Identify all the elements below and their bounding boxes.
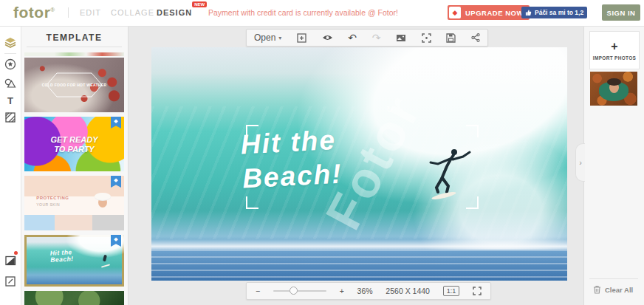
selection-corner[interactable] [246,125,258,137]
actual-size-button[interactable]: 1:1 [443,286,460,296]
fullscreen-icon [473,287,482,295]
new-badge: NEW [192,1,207,7]
sign-in-button[interactable]: SIGN IN [602,4,640,21]
caption-line2: TO PARTY [24,145,124,154]
fotor-app: fotor® EDIT COLLAGE DESIGNNEW Payment wi… [0,0,644,305]
nav-edit[interactable]: EDIT [80,8,101,17]
zoom-in-button[interactable]: + [340,283,344,299]
focus-button[interactable] [422,30,431,46]
nav-collage[interactable]: COLLAGE [111,8,154,17]
theme-tool-button[interactable] [0,253,21,268]
zoom-bar: − + 36% 2560 X 1440 1:1 [246,282,491,300]
tool-rail: T [0,26,21,305]
selection-frame[interactable] [246,125,479,209]
add-button[interactable] [297,30,306,46]
preview-button[interactable] [322,30,333,46]
registered-mark: ® [50,7,55,13]
contrast-icon [5,256,16,266]
woman-figure [93,191,112,213]
save-button[interactable] [446,30,456,46]
payment-notice: Payment with credit card is currently av… [208,8,430,17]
chevron-right-icon: › [579,158,582,167]
caption-line2: Beach! [50,256,74,264]
selection-corner[interactable] [466,196,479,209]
fotor-logo[interactable]: fotor® [13,4,55,21]
header-divider [68,7,69,18]
selection-corner[interactable] [466,125,479,137]
import-photos-button[interactable]: + IMPORT PHOTOS [589,31,640,69]
shapes-icon [4,78,16,88]
template-caption: Hit theBeach! [50,249,74,264]
imported-photo-thumbnail[interactable] [590,72,637,106]
caption-line1: PROTECTING [36,196,69,200]
canvas-area: Fotor Hit theBeach! ↻ [128,26,583,305]
clear-all-button[interactable]: Clear All [593,285,633,294]
photo-hair [607,78,621,86]
template-thumbnail-cold-food[interactable]: COLD FOOD FOR HOT WEATHER [24,58,124,112]
facebook-like-button[interactable]: Páči sa mi to 1,2 [521,7,587,18]
open-dropdown[interactable]: Open ▾ [254,30,281,46]
template-thumbnail-party[interactable]: GET READYTO PARTY ◆ [24,117,124,171]
canvas-dimensions: 2560 X 1440 [386,287,430,295]
chevron-down-icon: ▾ [278,35,281,41]
notification-dot [14,251,18,255]
fullscreen-button[interactable] [473,283,482,299]
share-button[interactable] [471,30,480,46]
rail-divider [4,53,16,54]
undo-button[interactable]: ↶ [348,30,357,46]
surfboard [101,264,110,267]
save-icon [446,33,456,43]
elements-tool-button[interactable] [0,57,21,72]
redo-button[interactable]: ↷ [372,30,381,46]
zoom-slider[interactable] [273,290,326,292]
feedback-tool-button[interactable] [0,274,21,289]
canvas-toolbar: Open ▾ ↶ ↷ [246,29,488,47]
premium-badge-icon: ◆ [111,176,121,188]
thumbs-up-icon [525,10,532,16]
color-block [24,215,55,230]
template-panel-title: TEMPLATE [21,32,128,43]
template-caption: COLD FOOD FOR HOT WEATHER [38,74,110,96]
image-button[interactable] [396,30,406,46]
text-tool-button[interactable]: T [0,93,21,108]
background-tool-button[interactable] [0,110,21,125]
undo-icon: ↶ [348,32,357,44]
zoom-slider-handle[interactable] [290,287,298,295]
selection-corner[interactable] [246,196,258,209]
template-thumbnail-beach-selected[interactable]: Hit theBeach! ◆ [24,235,124,287]
template-caption: GET READYTO PARTY [24,135,124,154]
nav-design[interactable]: DESIGNNEW [157,8,192,17]
trash-icon [593,285,601,294]
add-square-icon [297,33,306,43]
import-photos-label: IMPORT PHOTOS [593,55,636,61]
panel-collapse-handle[interactable]: › [575,143,585,182]
template-thumbnail-skin[interactable]: PROTECTING YOUR SKIN ◆ [24,176,124,230]
import-panel: + IMPORT PHOTOS Clear All [583,26,644,305]
shapes-tool-button[interactable] [0,75,21,90]
color-block [55,215,92,230]
logo-text: fotor [13,4,50,21]
templates-tool-button[interactable] [0,35,21,49]
zoom-level: 36% [357,287,373,295]
facebook-like-label: Páči sa mi to 1,2 [535,9,583,16]
rotate-handle-icon[interactable]: ↻ [386,105,393,114]
text-tool-icon: T [7,95,13,106]
diamond-icon: ◆ [449,7,461,18]
template-thumbnail-leaves-partial[interactable] [24,291,124,305]
zoom-out-button[interactable]: − [256,283,260,299]
design-canvas-photo[interactable]: Fotor Hit theBeach! ↻ [151,47,567,281]
edit-square-icon [5,276,16,287]
plus-icon: + [611,41,617,52]
pattern-icon [5,112,16,123]
star-circle-icon [4,58,16,70]
share-icon [471,33,480,42]
header: fotor® EDIT COLLAGE DESIGNNEW Payment wi… [0,0,644,27]
focus-icon [422,33,431,43]
layers-icon [4,37,16,48]
caption-line2: YOUR SKIN [36,202,60,207]
image-icon [396,34,406,42]
template-thumbnail-partial[interactable] [24,52,124,56]
clear-all-label: Clear All [605,286,633,294]
upgrade-now-button[interactable]: ◆ UPGRADE NOW [448,5,530,20]
template-panel-divider [27,47,122,47]
